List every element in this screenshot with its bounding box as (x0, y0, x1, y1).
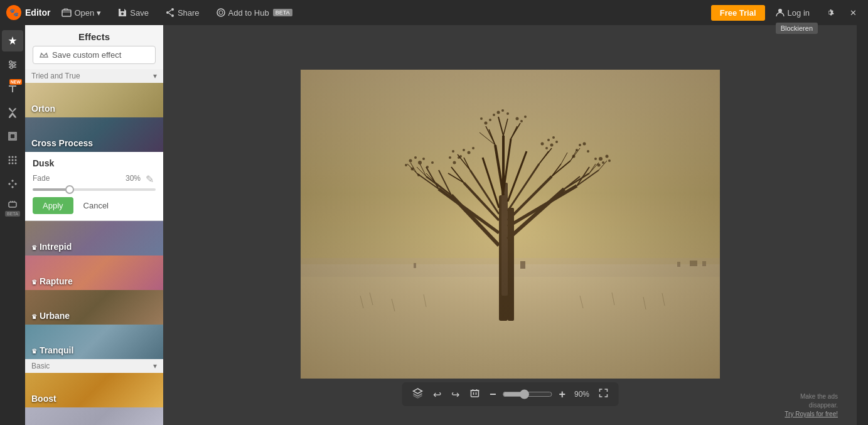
svg-point-10 (9, 61, 12, 63)
dusk-expanded: Dusk Fade 30% ✎ Apply Cancel (25, 152, 163, 221)
save-custom-effect-button[interactable]: Save custom effect (33, 46, 156, 64)
redo-button[interactable]: ↪ (447, 386, 463, 403)
topbar: 🐾 Editor Open ▾ Save Share Add to Hub BE… (0, 0, 868, 25)
settings-button[interactable] (820, 5, 840, 20)
svg-point-2 (166, 11, 169, 14)
svg-point-18 (9, 159, 11, 161)
svg-point-17 (15, 156, 17, 158)
dusk-buttons: Apply Cancel (33, 197, 156, 214)
save-button[interactable]: Save (112, 5, 154, 20)
undo-button[interactable]: ↩ (429, 386, 445, 403)
frame-icon (7, 131, 18, 142)
svg-point-21 (9, 163, 11, 164)
intrepid-label: ♛ Intrepid (25, 238, 78, 256)
effect-rapture[interactable]: ♛ Rapture (25, 256, 163, 290)
sidebar-item-textures[interactable] (2, 149, 23, 171)
rapture-label: ♛ Rapture (25, 272, 79, 290)
share-icon (165, 8, 175, 18)
app-title: Editor (25, 8, 50, 18)
effect-intrepid[interactable]: ♛ Intrepid (25, 221, 163, 256)
try-royals-link[interactable]: Try Royals for free! (785, 411, 838, 417)
adjust-icon (7, 59, 18, 70)
svg-rect-14 (10, 134, 15, 139)
topbar-right: Free Trial Log in ✕ (711, 5, 862, 21)
sidebar-item-adjust[interactable] (2, 54, 23, 75)
login-button[interactable]: Log in (770, 5, 815, 20)
add-to-hub-button[interactable]: Add to Hub BETA (211, 5, 297, 20)
sidebar-item-frames[interactable] (2, 126, 23, 147)
effect-orton[interactable]: Orton (25, 83, 163, 117)
zoom-in-button[interactable]: + (555, 385, 570, 404)
fade-label: Fade (33, 174, 121, 183)
close-button[interactable]: ✕ (845, 6, 862, 20)
delete-icon (469, 388, 480, 398)
fade-slider-track (33, 188, 156, 191)
svg-point-4 (217, 9, 225, 16)
effect-tranquil[interactable]: ♛ Tranquil (25, 325, 163, 359)
effect-cross-process[interactable]: Cross Process (25, 117, 163, 152)
photo-image (301, 70, 720, 379)
zoom-out-button[interactable]: − (486, 385, 500, 404)
icon-bar: NEW BETA (0, 25, 25, 425)
zoom-percentage: 90% (572, 390, 592, 399)
edit-icon[interactable]: ✎ (146, 173, 156, 183)
ad-area: Make the ads disappear. Try Royals for f… (785, 392, 838, 419)
sidebar-item-beta[interactable]: BETA (2, 197, 23, 218)
beta-badge: BETA (273, 9, 292, 16)
sidebar-item-overlays[interactable] (2, 102, 23, 123)
texture-icon (7, 154, 18, 166)
svg-rect-24 (9, 202, 16, 207)
free-trial-button[interactable]: Free Trial (711, 5, 765, 21)
main-content: NEW BETA Effects Save custom effect T (0, 25, 868, 425)
crown-icon-intrepid: ♛ (31, 244, 37, 251)
sidebar-item-text[interactable]: NEW (2, 78, 23, 99)
close-icon: ✕ (850, 8, 857, 18)
tranquil-label: ♛ Tranquil (25, 342, 80, 359)
svg-point-23 (15, 163, 17, 164)
svg-point-1 (171, 8, 174, 11)
effects-icon (7, 35, 18, 46)
svg-point-16 (12, 156, 14, 158)
beta-badge-sidebar: BETA (5, 211, 20, 217)
open-button[interactable]: Open ▾ (56, 5, 106, 20)
fullscreen-button[interactable] (594, 385, 612, 403)
save-icon (117, 8, 127, 18)
sidebar-item-effects[interactable] (2, 30, 23, 51)
user-icon (775, 8, 785, 18)
effect-boost[interactable]: Boost (25, 373, 163, 407)
svg-rect-141 (301, 70, 720, 379)
soften-bg (25, 407, 163, 425)
layers-button[interactable] (408, 385, 427, 404)
share-button[interactable]: Share (160, 5, 205, 20)
fade-row: Fade 30% ✎ (33, 173, 156, 183)
dusk-title: Dusk (33, 158, 156, 168)
effect-urbane[interactable]: ♛ Urbane (25, 290, 163, 325)
butterfly-icon (7, 107, 18, 118)
crown-icon-tranquil: ♛ (31, 348, 37, 355)
right-panel (857, 25, 868, 425)
section-tried-and-true: Tried and True ▾ (25, 69, 163, 83)
sidebar-item-seasons[interactable] (2, 173, 23, 195)
chevron-basic-icon: ▾ (153, 362, 157, 370)
zoom-slider[interactable] (503, 389, 553, 399)
new-badge: NEW (9, 79, 22, 85)
svg-point-6 (778, 9, 782, 13)
snowflake-icon (7, 178, 18, 190)
logo-icon: 🐾 (6, 5, 21, 20)
photo-canvas (301, 70, 720, 381)
cancel-button[interactable]: Cancel (78, 197, 114, 214)
fade-slider-thumb[interactable] (65, 185, 74, 194)
app-logo: 🐾 Editor (6, 5, 50, 20)
svg-point-5 (219, 11, 223, 14)
svg-point-3 (171, 14, 174, 17)
svg-point-15 (9, 156, 11, 158)
effects-scroll[interactable]: Tried and True ▾ Orton Cross Process Dus… (25, 69, 163, 425)
section-basic: Basic ▾ (25, 359, 163, 373)
open-icon (62, 8, 72, 18)
apply-button[interactable]: Apply (33, 197, 73, 214)
canvas-area: ↩ ↪ − + 90% Make the ads disappear. Try … (163, 25, 857, 425)
delete-button[interactable] (466, 385, 483, 403)
ai-icon (7, 199, 18, 210)
effect-soften[interactable]: Soften (25, 407, 163, 425)
urbane-label: ♛ Urbane (25, 307, 76, 325)
